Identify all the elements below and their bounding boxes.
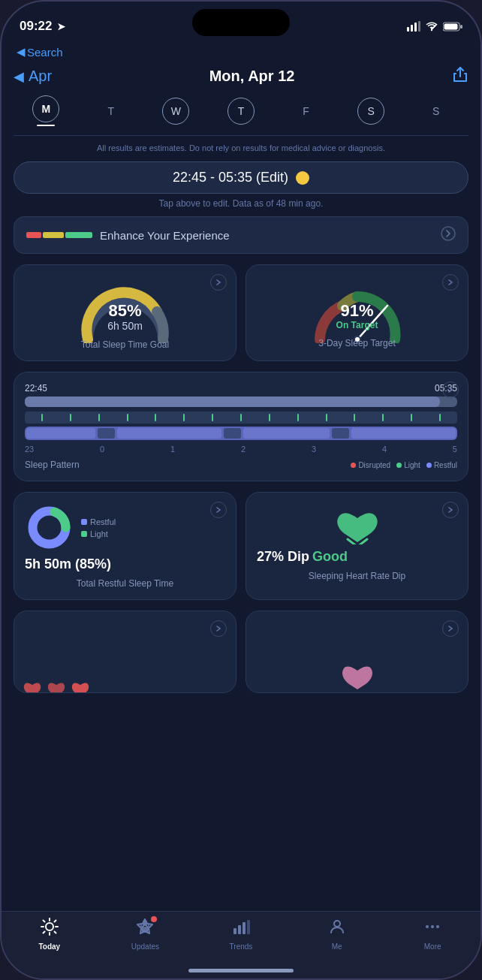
today-label: Today — [38, 942, 60, 951]
svg-rect-27 — [243, 922, 246, 934]
legend-restful-text: Restful — [90, 517, 116, 526]
donut-legend: Restful Light — [81, 517, 116, 538]
partial-card-left[interactable] — [14, 611, 236, 693]
tick-11 — [326, 414, 327, 421]
sleep-target-card[interactable]: 91% On Target 3-Day Sleep Target — [246, 264, 468, 361]
svg-line-20 — [43, 921, 44, 922]
tick-14 — [411, 414, 412, 421]
sleep-target-chevron — [442, 274, 459, 291]
sleep-target-label: 3-Day Sleep Target — [257, 338, 457, 348]
search-back-label[interactable]: Search — [27, 46, 63, 59]
legend-light-item: Light — [81, 529, 116, 538]
tick-1 — [41, 414, 43, 421]
legend-restful-label: Restful — [434, 461, 457, 469]
tab-me[interactable]: Me — [289, 918, 385, 951]
tick-13 — [382, 414, 384, 421]
total-sleep-chevron — [210, 274, 227, 291]
partial-cards-row — [14, 611, 468, 693]
back-month-chevron[interactable]: ◀ — [14, 68, 24, 85]
sleep-time-edit-button[interactable]: 22:45 - 05:35 (Edit) — [14, 161, 468, 194]
day-letter-tue[interactable]: T — [98, 98, 125, 125]
me-icon — [328, 918, 346, 940]
search-back-area[interactable]: ◀ Search — [2, 42, 480, 62]
total-sleep-card[interactable]: 85% 6h 50m Total Sleep Time Goal — [14, 264, 236, 361]
tick-8 — [240, 414, 242, 421]
phone-frame: 09:22 ➤ ◀ Search — [0, 0, 482, 980]
legend-light-dot — [81, 531, 87, 537]
sleep-pattern-chevron — [442, 381, 459, 398]
svg-rect-6 — [444, 23, 458, 29]
tick-15 — [439, 414, 441, 421]
day-item-sat[interactable]: S — [356, 98, 386, 125]
legend-dot-restful — [426, 463, 432, 468]
donut-container: Restful Light — [25, 503, 225, 552]
sleep-pattern-card[interactable]: 22:45 05:35 — [14, 372, 468, 481]
home-indicator — [188, 969, 294, 972]
svg-rect-25 — [233, 928, 236, 934]
svg-point-30 — [426, 925, 429, 928]
day-letter-wed[interactable]: W — [162, 98, 189, 125]
day-selector: M T W T F S S — [14, 92, 468, 132]
header-month-label[interactable]: Apr — [29, 68, 52, 85]
tick-2 — [70, 414, 71, 421]
total-sleep-percent: 85% — [107, 302, 143, 320]
disclaimer-text: All results are estimates. Do not rely o… — [14, 139, 468, 157]
sleep-bar-fill — [25, 397, 440, 407]
day-letter-mon[interactable]: M — [32, 95, 59, 122]
day-letter-sat[interactable]: S — [357, 98, 384, 125]
wifi-icon — [425, 21, 438, 32]
hour-5: 5 — [453, 445, 457, 454]
heart-dip-value-container: 27% Dip Good — [257, 549, 457, 565]
main-content: ◀ Apr Mon, Apr 12 M T W — [2, 62, 480, 911]
tab-updates[interactable]: Updates — [98, 918, 194, 951]
tab-today[interactable]: Today — [2, 918, 98, 951]
app-header: ◀ Apr Mon, Apr 12 — [14, 62, 468, 92]
location-icon: ➤ — [57, 21, 65, 32]
day-item-tue[interactable]: T — [96, 98, 126, 125]
seg-4 — [224, 428, 241, 439]
legend-restful-dot — [81, 519, 87, 525]
header-nav[interactable]: ◀ Apr — [14, 68, 52, 85]
svg-rect-0 — [407, 27, 409, 32]
tab-more[interactable]: More — [384, 918, 480, 951]
svg-line-21 — [54, 932, 56, 933]
bar-red — [26, 232, 41, 238]
day-letter-fri[interactable]: F — [293, 98, 320, 125]
svg-rect-28 — [247, 920, 250, 934]
trends-label: Trends — [230, 942, 253, 951]
day-item-fri[interactable]: F — [291, 98, 321, 125]
sleep-target-status: On Target — [336, 320, 378, 330]
hour-3: 3 — [312, 445, 316, 454]
day-item-mon[interactable]: M — [31, 95, 61, 126]
svg-point-8 — [441, 227, 455, 240]
day-item-wed[interactable]: W — [161, 98, 191, 125]
day-item-sun[interactable]: S — [421, 98, 451, 125]
heart-icon-container — [257, 503, 457, 544]
partial-pink-shape — [339, 659, 376, 693]
legend-light-label: Light — [404, 461, 420, 469]
restful-sleep-card[interactable]: Restful Light 5h 50m (85%) Total Restful… — [14, 492, 236, 600]
legend-restful: Restful — [426, 461, 457, 469]
partial-card-right[interactable] — [246, 611, 468, 693]
day-letter-sun[interactable]: S — [423, 98, 450, 125]
legend-disrupted: Disrupted — [351, 461, 390, 469]
tick-7 — [212, 414, 213, 421]
total-sleep-label: Total Sleep Time Goal — [25, 339, 225, 350]
tab-trends[interactable]: Trends — [193, 918, 289, 951]
day-underline-mon — [37, 125, 55, 126]
day-letter-thu[interactable]: T — [227, 98, 255, 125]
status-right — [407, 21, 462, 32]
hour-23: 23 — [25, 445, 34, 454]
legend-light-text: Light — [90, 529, 108, 538]
battery-icon — [443, 22, 462, 32]
enhance-chevron-icon — [441, 226, 456, 244]
svg-point-31 — [431, 925, 434, 928]
bar-green — [65, 232, 92, 238]
heart-rate-dip-card[interactable]: 27% Dip Good Sleeping Heart Rate Dip — [246, 492, 468, 600]
sleep-indicator-dot — [296, 171, 309, 185]
enhance-banner[interactable]: Enhance Your Experience — [14, 216, 468, 254]
share-button[interactable] — [452, 66, 468, 86]
header-date: Mon, Apr 12 — [209, 68, 295, 85]
sleep-main-bar — [25, 397, 457, 407]
day-item-thu[interactable]: T — [226, 98, 256, 125]
